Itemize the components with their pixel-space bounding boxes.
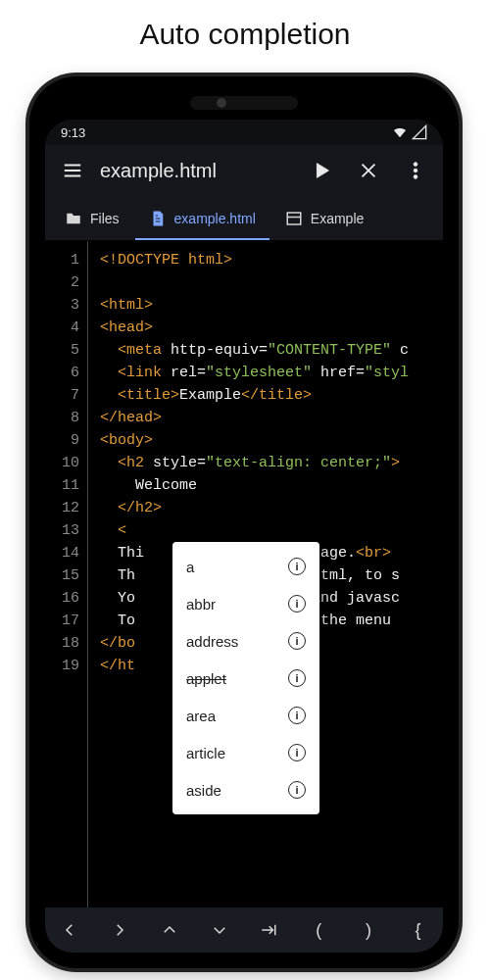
autocomplete-item[interactable]: areai [172, 697, 319, 734]
autocomplete-item[interactable]: ai [172, 548, 319, 585]
line-number: 13 [45, 519, 87, 542]
page-heading: Auto completion [0, 0, 490, 61]
menu-button[interactable] [53, 151, 92, 190]
line-number: 6 [45, 362, 87, 384]
preview-icon [285, 210, 303, 227]
info-icon[interactable]: i [288, 595, 306, 612]
line-number: 15 [45, 564, 87, 587]
autocomplete-label: article [186, 745, 225, 761]
chevron-left-icon [61, 921, 78, 939]
code-line[interactable]: </head> [100, 407, 435, 429]
line-number: 16 [45, 587, 87, 610]
key-rparen[interactable]: ) [344, 907, 394, 953]
autocomplete-item[interactable]: abbri [172, 585, 319, 622]
svg-rect-3 [287, 213, 301, 224]
status-icons [392, 124, 427, 140]
line-number: 7 [45, 384, 87, 407]
code-line[interactable]: <html> [100, 294, 435, 317]
bottom-key-bar: ( ) { [45, 907, 443, 953]
tab-icon [260, 921, 277, 939]
wifi-icon [392, 124, 408, 140]
appbar-title: example.html [100, 160, 294, 182]
file-icon [149, 210, 167, 227]
info-icon[interactable]: i [288, 632, 306, 650]
line-number: 10 [45, 452, 87, 474]
key-up[interactable] [145, 907, 195, 953]
autocomplete-item[interactable]: asidei [172, 771, 319, 808]
line-number: 14 [45, 542, 87, 564]
more-vert-icon [405, 160, 426, 181]
code-editor[interactable]: 12345678910111213141516171819 <!DOCTYPE … [45, 241, 443, 907]
info-icon[interactable]: i [288, 669, 306, 687]
svg-point-1 [414, 169, 417, 172]
app-bar: example.html [45, 145, 443, 196]
line-number: 5 [45, 339, 87, 362]
status-bar: 9:13 [45, 120, 443, 145]
code-line[interactable]: <title>Example</title> [100, 384, 435, 407]
play-icon [311, 160, 332, 181]
line-gutter: 12345678910111213141516171819 [45, 241, 88, 907]
close-icon [358, 160, 379, 181]
svg-point-2 [414, 175, 417, 179]
line-number: 11 [45, 474, 87, 497]
key-gt[interactable] [95, 907, 145, 953]
info-icon[interactable]: i [288, 558, 306, 575]
svg-point-0 [414, 163, 417, 167]
tab-label: Files [90, 211, 120, 226]
hamburger-icon [62, 160, 83, 181]
line-number: 17 [45, 610, 87, 632]
line-number: 18 [45, 632, 87, 655]
line-number: 19 [45, 655, 87, 677]
autocomplete-item[interactable]: appleti [172, 660, 319, 697]
key-lparen[interactable]: ( [294, 907, 344, 953]
code-line[interactable] [100, 271, 435, 294]
key-tab[interactable] [244, 907, 294, 953]
line-number: 1 [45, 249, 87, 271]
code-line[interactable]: <body> [100, 429, 435, 452]
run-button[interactable] [302, 151, 341, 190]
autocomplete-popup: aiabbriaddressiappletiareaiarticleiaside… [172, 542, 319, 814]
autocomplete-item[interactable]: addressi [172, 622, 319, 660]
autocomplete-item[interactable]: articlei [172, 734, 319, 771]
code-line[interactable]: </h2> [100, 497, 435, 519]
autocomplete-label: aside [186, 782, 221, 799]
signal-icon [412, 124, 427, 140]
tab-example-html[interactable]: example.html [135, 196, 270, 240]
code-line[interactable]: <h2 style="text-align: center;"> [100, 452, 435, 474]
tab-bar: Files example.html Example [45, 196, 443, 241]
chevron-right-icon [111, 921, 128, 939]
folder-icon [65, 210, 82, 227]
line-number: 2 [45, 271, 87, 294]
autocomplete-label: a [186, 559, 194, 575]
status-time: 9:13 [61, 125, 85, 140]
line-number: 3 [45, 294, 87, 317]
tab-label: example.html [174, 211, 256, 226]
code-line[interactable]: Welcome [100, 474, 435, 497]
autocomplete-label: area [186, 708, 216, 724]
code-line[interactable]: <head> [100, 317, 435, 339]
close-button[interactable] [349, 151, 388, 190]
autocomplete-label: applet [186, 670, 226, 687]
code-line[interactable]: <link rel="stylesheet" href="styl [100, 362, 435, 384]
code-line[interactable]: <!DOCTYPE html> [100, 249, 435, 271]
phone-frame: 9:13 example.html [29, 76, 459, 968]
tab-files[interactable]: Files [51, 196, 133, 240]
chevron-down-icon [211, 921, 228, 939]
code-line[interactable]: < [100, 519, 435, 542]
line-number: 12 [45, 497, 87, 519]
tab-label: Example [311, 211, 364, 226]
line-number: 8 [45, 407, 87, 429]
line-number: 9 [45, 429, 87, 452]
screen: 9:13 example.html [45, 120, 443, 953]
info-icon[interactable]: i [288, 744, 306, 761]
key-down[interactable] [194, 907, 244, 953]
overflow-button[interactable] [396, 151, 435, 190]
key-lt[interactable] [45, 907, 95, 953]
info-icon[interactable]: i [288, 781, 306, 799]
code-line[interactable]: <meta http-equiv="CONTENT-TYPE" c [100, 339, 435, 362]
info-icon[interactable]: i [288, 707, 306, 724]
autocomplete-label: address [186, 633, 238, 650]
chevron-up-icon [161, 921, 178, 939]
key-lbrace[interactable]: { [393, 907, 443, 953]
tab-preview[interactable]: Example [271, 196, 377, 240]
